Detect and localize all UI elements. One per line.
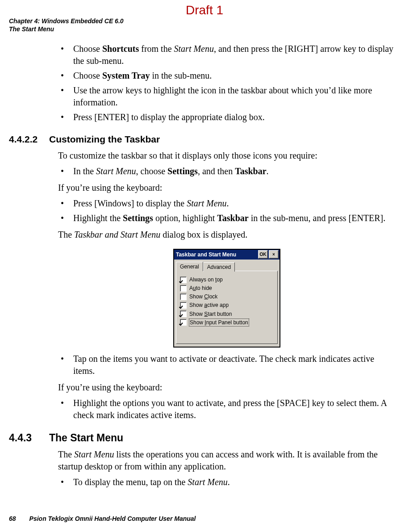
text: Taskbar <box>217 213 248 223</box>
text: option, highlight <box>153 213 217 223</box>
page-footer: 68Psion Teklogix Omnii Hand-Held Compute… <box>9 515 196 523</box>
text: , and then <box>198 166 235 176</box>
bullet-item: Press [Windows] to display the Start Men… <box>58 197 396 209</box>
dialog-figure: Taskbar and Start Menu OK × General Adva… <box>58 249 396 348</box>
text: in the sub-menu. <box>150 71 212 80</box>
text: The <box>58 230 74 239</box>
dialog-tabs: General Advanced <box>174 260 280 271</box>
text: Start Menu <box>187 198 226 208</box>
bullet-item: Tap on the items you want to activate or… <box>58 353 396 377</box>
bullet-list-1: Choose Shortcuts from the Start Menu, an… <box>58 43 396 123</box>
text: System Tray <box>102 71 150 80</box>
text: Start Menu <box>74 449 114 459</box>
text: from the <box>139 44 174 54</box>
heading-title: The Start Menu <box>49 432 123 444</box>
checkbox[interactable] <box>180 310 187 317</box>
tab-general[interactable]: General <box>176 262 203 271</box>
option-always-on-top[interactable]: Always on top <box>180 276 274 283</box>
text: Start Menu <box>96 166 136 176</box>
option-label: Always on top <box>189 276 223 283</box>
option-show-active-app[interactable]: Show active app <box>180 302 274 309</box>
option-label: Show Start button <box>189 310 232 318</box>
text: Press [Windows] to display the <box>73 198 187 208</box>
checkbox[interactable] <box>180 319 187 326</box>
bullet-list-5: Highlight the options you want to activa… <box>58 397 396 421</box>
header-section: The Start Menu <box>9 25 396 33</box>
text: Start Menu <box>188 477 227 487</box>
ok-button[interactable]: OK <box>258 250 268 259</box>
bullet-item: In the Start Menu, choose Settings, and … <box>58 165 396 177</box>
checkbox[interactable] <box>180 293 187 300</box>
text: , choose <box>136 166 168 176</box>
text: . <box>227 198 229 208</box>
bullet-item: Highlight the Settings option, highlight… <box>58 212 396 224</box>
text: Choose <box>73 71 102 80</box>
bullet-item: Highlight the options you want to activa… <box>58 397 396 421</box>
bullet-item: To display the menu, tap on the Start Me… <box>58 476 396 488</box>
option-label: Auto hide <box>189 285 212 292</box>
text: Settings <box>123 213 153 223</box>
text: To display the menu, tap on the <box>73 477 188 487</box>
tab-advanced[interactable]: Advanced <box>203 262 235 272</box>
option-show-start-button[interactable]: Show Start button <box>180 310 274 318</box>
checkbox[interactable] <box>180 276 187 283</box>
checkbox[interactable] <box>180 302 187 309</box>
option-auto-hide[interactable]: Auto hide <box>180 285 274 292</box>
paragraph: If you’re using the keyboard: <box>58 381 396 394</box>
watermark-draft: Draft 1 <box>0 2 409 19</box>
text: Taskbar <box>235 166 266 176</box>
option-show-clock[interactable]: Show Clock <box>180 293 274 300</box>
book-title: Psion Teklogix Omnii Hand-Held Computer … <box>29 515 196 522</box>
bullet-list-3: Press [Windows] to display the Start Men… <box>58 197 396 224</box>
text: The <box>58 449 74 459</box>
page-number: 68 <box>9 515 16 522</box>
text: In the <box>73 166 96 176</box>
text: . <box>267 166 269 176</box>
paragraph: The Taskbar and Start Menu dialog box is… <box>58 229 396 241</box>
text: Start Menu <box>174 44 214 54</box>
bullet-list-6: To display the menu, tap on the Start Me… <box>58 476 396 488</box>
text: Highlight the <box>73 213 123 223</box>
text: Choose <box>73 44 102 54</box>
heading-title: Customizing the Taskbar <box>49 134 160 144</box>
bullet-item: Press [ENTER] to display the appropriate… <box>58 111 396 123</box>
checkbox[interactable] <box>180 285 187 292</box>
bullet-item: Choose System Tray in the sub-menu. <box>58 70 396 82</box>
taskbar-startmenu-dialog: Taskbar and Start Menu OK × General Adva… <box>173 249 280 348</box>
paragraph: If you’re using the keyboard: <box>58 182 396 194</box>
paragraph: The Start Menu lists the operations you … <box>58 448 396 473</box>
dialog-titlebar[interactable]: Taskbar and Start Menu OK × <box>174 250 280 260</box>
text: Taskbar and Start Menu <box>74 230 160 239</box>
text: dialog box is displayed. <box>160 230 247 239</box>
close-button[interactable]: × <box>269 250 279 259</box>
bullet-item: Use the arrow keys to highlight the icon… <box>58 84 396 109</box>
text: in the sub-menu, and press [ENTER]. <box>249 213 386 223</box>
option-show-input-panel-button[interactable]: Show Input Panel button <box>180 319 274 326</box>
heading-number: 4.4.3 <box>9 431 49 445</box>
text: . <box>228 477 230 487</box>
option-label: Show Input Panel button <box>189 319 249 326</box>
bullet-list-2: In the Start Menu, choose Settings, and … <box>58 165 396 177</box>
bullet-list-4: Tap on the items you want to activate or… <box>58 353 396 377</box>
heading-number: 4.4.2.2 <box>9 133 49 146</box>
paragraph: To customize the taskbar so that it disp… <box>58 150 396 162</box>
bullet-item: Choose Shortcuts from the Start Menu, an… <box>58 43 396 67</box>
tab-panel-general: Always on top Auto hide Show Clock Show … <box>176 271 278 344</box>
option-label: Show active app <box>189 302 229 309</box>
text: Settings <box>167 166 198 176</box>
heading-4-4-2-2: 4.4.2.2Customizing the Taskbar <box>9 133 396 146</box>
option-label: Show Clock <box>189 293 217 300</box>
text: Shortcuts <box>102 44 139 54</box>
dialog-title: Taskbar and Start Menu <box>176 251 257 258</box>
main-content: Choose Shortcuts from the Start Menu, an… <box>58 43 396 488</box>
running-header: Chapter 4: Windows Embedded CE 6.0 The S… <box>9 17 396 33</box>
heading-4-4-3: 4.4.3The Start Menu <box>9 431 396 445</box>
